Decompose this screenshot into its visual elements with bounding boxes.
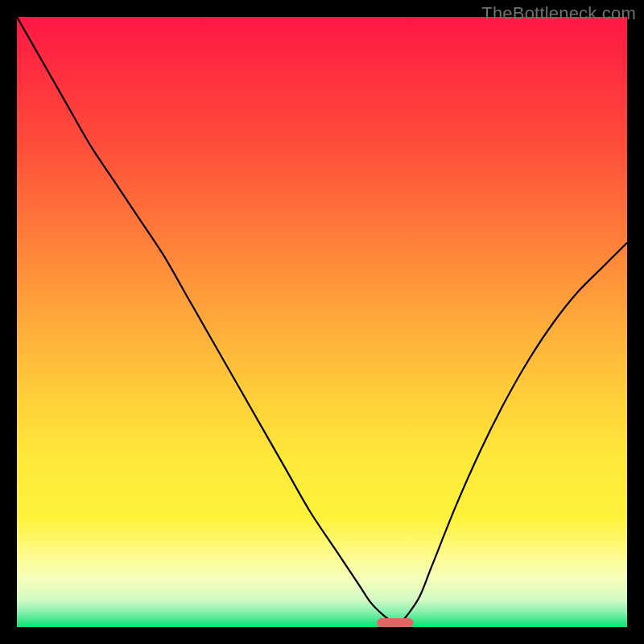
plot-area (17, 17, 627, 627)
gradient-background (17, 17, 627, 627)
bottleneck-chart (17, 17, 627, 627)
chart-frame: TheBottleneck.com (0, 0, 644, 644)
watermark-text: TheBottleneck.com (481, 3, 636, 24)
optimum-marker (377, 618, 413, 627)
